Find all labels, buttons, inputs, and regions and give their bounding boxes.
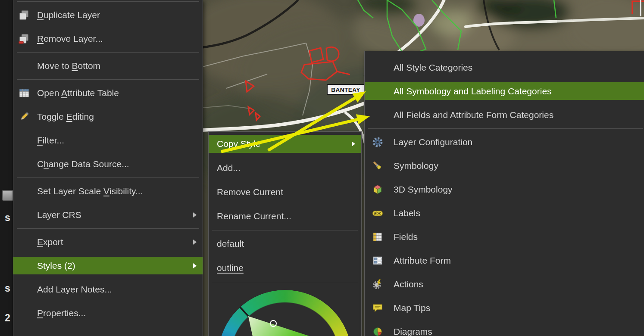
menu-item-label: Duplicate Layer [37,10,100,20]
menu-item-label: Actions [394,279,423,289]
menu-item-rename-current[interactable]: Rename Current... [209,204,361,228]
menu-item-label: All Style Categories [394,62,472,73]
menu-item-all-style-categories[interactable]: All Style Categories [365,56,644,79]
icon-spacer [372,86,384,97]
menu-item-move-to-bottom[interactable]: Move to Bottom [13,54,203,78]
qgis-window: BANTEAY s s 2 Duplicate Layer Remove Lay… [0,0,644,336]
menu-item-label: Set Layer Scale Visibility... [37,186,143,196]
labels-icon: abc [372,208,384,219]
menu-item-attribute-form[interactable]: Attribute Form [365,249,644,272]
menu-separator [13,0,203,3]
attribute-form-icon [372,255,384,266]
panel-text-fragment: s [5,212,10,224]
icon-spacer [18,60,31,72]
remove-layer-icon [18,33,31,45]
menu-item-label: Styles (2) [37,261,75,271]
menu-item-label: Change Data Source... [37,159,129,169]
menu-item-style-default[interactable]: default [209,232,361,256]
menu-item-remove-layer[interactable]: Remove Layer... [13,27,203,50]
menu-item-add-layer-notes[interactable]: Add Layer Notes... [13,277,203,301]
menu-item-copy-style[interactable]: Copy Style [209,132,361,156]
menu-item-layer-configuration[interactable]: Layer Configuration [365,130,644,154]
menu-item-label: outline [217,263,244,273]
menu-item-label: Rename Current... [217,211,291,221]
menu-item-toggle-editing[interactable]: Toggle Editing [13,105,203,128]
menu-item-label: 3D Symbology [394,184,453,195]
menu-item-label: Move to Bottom [37,61,100,71]
menu-separator [13,176,203,179]
menu-item-set-layer-scale-visibility[interactable]: Set Layer Scale Visibility... [13,179,203,203]
icon-spacer [18,260,31,272]
menu-item-layer-crs[interactable]: Layer CRS [13,203,203,227]
icon-spacer [18,185,31,197]
menu-item-diagrams[interactable]: Diagrams [365,320,644,336]
panel-icon-fragment [2,190,13,201]
menu-item-label: Diagrams [394,327,432,336]
menu-item-remove-current[interactable]: Remove Current [209,180,361,204]
color-wheel[interactable] [218,290,352,336]
menu-item-label: Add... [217,163,241,173]
icon-spacer [372,62,384,73]
menu-item-label: Toggle Editing [37,112,94,122]
menu-item-label: All Symbology and Labeling Categories [394,86,552,96]
menu-item-change-data-source[interactable]: Change Data Source... [13,152,203,176]
menu-item-label: Open Attribute Table [37,88,119,98]
menu-item-3d-symbology[interactable]: 3D Symbology [365,177,644,201]
menu-item-labels[interactable]: abc Labels [365,201,644,225]
menu-item-actions[interactable]: Actions [365,272,644,296]
menu-item-label: Properties... [37,308,86,318]
menu-separator [209,280,361,283]
menu-item-label: Map Tips [394,303,430,313]
icon-spacer [18,209,31,221]
menu-item-map-tips[interactable]: Map Tips [365,296,644,320]
layer-context-menu: Duplicate Layer Remove Layer... Move to … [13,0,203,336]
menu-separator [209,228,361,232]
menu-item-styles[interactable]: Styles (2) [13,254,203,277]
submenu-arrow-icon [193,212,197,218]
icon-spacer [18,158,31,170]
menu-item-export[interactable]: Export [13,230,203,254]
map-label-banteay: BANTEAY [331,87,360,93]
map-tips-icon [372,302,384,314]
menu-item-properties[interactable]: Properties... [13,301,203,325]
menu-item-symbology[interactable]: Symbology [365,154,644,177]
menu-separator [365,127,644,130]
layers-panel-strip: s s 2 [0,0,13,336]
menu-item-open-attribute-table[interactable]: Open Attribute Table [13,81,203,105]
menu-item-add-style[interactable]: Add... [209,156,361,180]
icon-spacer [18,134,31,146]
submenu-arrow-icon [193,263,197,268]
menu-item-style-outline[interactable]: outline [209,256,361,280]
menu-item-label: Layer CRS [37,210,81,220]
layer-configuration-icon [372,137,384,148]
duplicate-layer-icon [18,9,31,21]
menu-item-filter[interactable]: Filter... [13,128,203,152]
diagrams-icon [372,326,384,336]
symbology-icon [372,160,384,171]
menu-item-duplicate-layer[interactable]: Duplicate Layer [13,3,203,27]
menu-item-all-symbology-and-labeling-categories[interactable]: All Symbology and Labeling Categories [365,79,644,103]
menu-item-label: Remove Current [217,187,283,197]
menu-separator [13,78,203,81]
fields-icon [372,231,384,243]
menu-item-label: Symbology [394,161,438,171]
panel-text-fragment: s [5,283,10,294]
menu-item-label: default [217,239,244,249]
symbology-3d-icon [372,184,384,195]
menu-item-label: Export [37,237,63,247]
menu-item-label: Labels [394,208,420,218]
icon-spacer [372,109,384,121]
icon-spacer [18,236,31,248]
menu-item-label: Copy Style [217,139,261,149]
menu-separator [13,227,203,230]
menu-item-all-fields-and-attribute-form-categories[interactable]: All Fields and Attribute Form Categories [365,103,644,127]
actions-icon [372,279,384,290]
menu-item-fields[interactable]: Fields [365,225,644,249]
menu-item-label: Remove Layer... [37,34,103,44]
icon-spacer [18,283,31,296]
svg-text:abc: abc [374,211,381,215]
map-place-label: BANTEAY [327,84,364,94]
menu-item-label: Add Layer Notes... [37,284,112,295]
attribute-table-icon [18,87,31,99]
menu-item-label: Attribute Form [394,255,451,266]
